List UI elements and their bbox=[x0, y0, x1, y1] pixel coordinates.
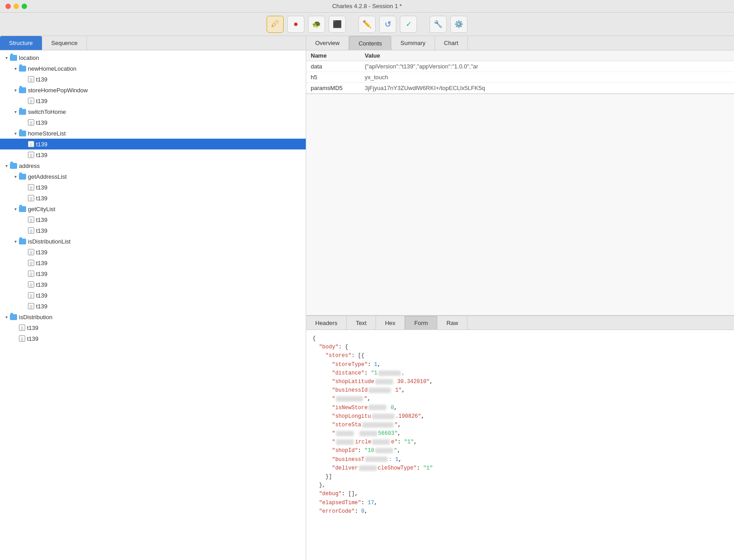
folder-icon bbox=[10, 314, 17, 320]
tree-item-switchToHome-t139[interactable]: ▾ {} t139 bbox=[0, 117, 306, 128]
file-icon: {} bbox=[28, 249, 34, 255]
tree-item-newHomeLocation-t139[interactable]: ▾ {} t139 bbox=[0, 74, 306, 85]
tab-structure[interactable]: Structure bbox=[0, 36, 42, 50]
tab-raw[interactable]: Raw bbox=[437, 316, 467, 330]
tree-item-label: t139 bbox=[36, 249, 47, 256]
pointer-icon: 🖊 bbox=[271, 19, 279, 29]
tree-item-storeHomePopWindow[interactable]: ▾ storeHomePopWindow bbox=[0, 85, 306, 95]
tree-item-newHomeLocation[interactable]: ▾ newHomeLocation bbox=[0, 63, 306, 74]
tree-item-isDistributionList-t139-5[interactable]: ▾ {} t139 bbox=[0, 290, 306, 301]
tree-item-isDistribution-t139-2[interactable]: ▾ {} t139 bbox=[0, 333, 306, 344]
tree-item-isDistributionList-t139-6[interactable]: ▾ {} t139 bbox=[0, 301, 306, 312]
tree-container[interactable]: ▾ location ▾ newHomeLocation ▾ {} t139 ▾… bbox=[0, 50, 306, 560]
throttle-button[interactable]: 🐢 bbox=[308, 16, 325, 33]
tree-item-isDistributionList-t139-2[interactable]: ▾ {} t139 bbox=[0, 257, 306, 268]
tab-summary[interactable]: Summary bbox=[391, 36, 435, 50]
tree-item-isDistributionList-t139-3[interactable]: ▾ {} t139 bbox=[0, 268, 306, 279]
tree-item-label: t139 bbox=[36, 227, 47, 234]
stop-button[interactable]: ⬛ bbox=[329, 16, 346, 33]
left-panel: Structure Sequence ▾ location ▾ newHomeL… bbox=[0, 36, 306, 560]
tree-item-homeStoreList-t139-1[interactable]: ▾ {} t139 bbox=[0, 139, 306, 149]
arrow-icon: ▾ bbox=[4, 163, 9, 168]
file-icon: {} bbox=[19, 335, 25, 342]
tree-item-label: t139 bbox=[36, 141, 47, 148]
record-button[interactable]: ● bbox=[287, 16, 304, 33]
settings-button[interactable]: ⚙️ bbox=[450, 16, 467, 33]
tree-item-label: switchToHome bbox=[28, 108, 66, 115]
row-value: yx_touch bbox=[360, 72, 734, 83]
tree-item-getCityList-t139-2[interactable]: ▾ {} t139 bbox=[0, 225, 306, 236]
row-key: h5 bbox=[306, 72, 360, 83]
col-header-value: Value bbox=[360, 50, 734, 61]
tree-item-switchToHome[interactable]: ▾ switchToHome bbox=[0, 106, 306, 117]
validate-button[interactable]: ✓ bbox=[400, 16, 417, 33]
folder-icon bbox=[10, 55, 17, 61]
tree-item-label: t139 bbox=[27, 325, 38, 331]
pointer-tool[interactable]: 🖊 bbox=[267, 16, 284, 33]
col-header-name: Name bbox=[306, 50, 360, 61]
file-icon: {} bbox=[28, 141, 34, 147]
compose-button[interactable]: ✏️ bbox=[358, 16, 376, 33]
tab-sequence[interactable]: Sequence bbox=[42, 36, 87, 50]
row-value: {"apiVersion":"t139","appVersion":"1.0.0… bbox=[360, 61, 734, 72]
tree-item-getAddressList-t139-1[interactable]: ▾ {} t139 bbox=[0, 182, 306, 193]
tree-item-label: getCityList bbox=[28, 206, 55, 212]
close-button[interactable] bbox=[5, 4, 11, 9]
tree-item-homeStoreList-t139-2[interactable]: ▾ {} t139 bbox=[0, 149, 306, 160]
table-row: paramsMD5 3jFjyua17nY3ZUwdlW6RKI+/topECL… bbox=[306, 83, 734, 94]
tree-item-label: t139 bbox=[36, 98, 47, 104]
tree-item-label: t139 bbox=[36, 152, 47, 158]
arrow-icon: ▾ bbox=[13, 206, 18, 212]
tree-item-label: t139 bbox=[27, 335, 38, 342]
tree-item-label: t139 bbox=[36, 217, 47, 223]
arrow-icon: ▾ bbox=[13, 109, 18, 114]
tree-item-label: t139 bbox=[36, 260, 47, 266]
maximize-button[interactable] bbox=[22, 4, 27, 9]
tree-item-storeHomePopWindow-t139[interactable]: ▾ {} t139 bbox=[0, 95, 306, 106]
tree-item-isDistributionList-t139-1[interactable]: ▾ {} t139 bbox=[0, 247, 306, 257]
tab-chart[interactable]: Chart bbox=[435, 36, 468, 50]
tab-hex[interactable]: Hex bbox=[376, 316, 405, 330]
file-icon: {} bbox=[28, 152, 34, 158]
folder-icon bbox=[19, 206, 26, 212]
tree-item-getAddressList-t139-2[interactable]: ▾ {} t139 bbox=[0, 193, 306, 203]
refresh-button[interactable]: ↺ bbox=[379, 16, 396, 33]
tree-item-label: newHomeLocation bbox=[28, 65, 77, 72]
tab-headers[interactable]: Headers bbox=[306, 316, 347, 330]
tab-text[interactable]: Text bbox=[347, 316, 376, 330]
tree-item-location[interactable]: ▾ location bbox=[0, 52, 306, 63]
tab-contents[interactable]: Contents bbox=[349, 36, 391, 50]
bottom-tab-bar: Headers Text Hex Form Raw bbox=[306, 316, 734, 330]
tools-button[interactable]: 🔧 bbox=[430, 16, 447, 33]
row-key: data bbox=[306, 61, 360, 72]
tree-item-getCityList-t139-1[interactable]: ▾ {} t139 bbox=[0, 214, 306, 225]
folder-icon bbox=[19, 174, 26, 180]
tree-item-label: storeHomePopWindow bbox=[28, 87, 88, 94]
tree-item-isDistributionList[interactable]: ▾ isDistributionList bbox=[0, 236, 306, 247]
throttle-icon: 🐢 bbox=[312, 20, 321, 28]
data-table-container: Name Value data {"apiVersion":"t139","ap… bbox=[306, 50, 734, 94]
tree-item-label: t139 bbox=[36, 195, 47, 202]
tree-item-getAddressList[interactable]: ▾ getAddressList bbox=[0, 171, 306, 182]
tree-item-isDistribution-t139-1[interactable]: ▾ {} t139 bbox=[0, 322, 306, 333]
tree-item-isDistributionList-t139-4[interactable]: ▾ {} t139 bbox=[0, 279, 306, 290]
main-layout: Structure Sequence ▾ location ▾ newHomeL… bbox=[0, 36, 734, 560]
tab-form[interactable]: Form bbox=[405, 316, 437, 330]
tree-item-homeStoreList[interactable]: ▾ homeStoreList bbox=[0, 128, 306, 139]
row-value: 3jFjyua17nY3ZUwdlW6RKI+/topECLlx5LFK5q bbox=[360, 83, 734, 94]
tree-item-getCityList[interactable]: ▾ getCityList bbox=[0, 203, 306, 214]
tree-item-label: t139 bbox=[36, 281, 47, 288]
right-panel: Overview Contents Summary Chart Name Val… bbox=[306, 36, 734, 560]
json-content[interactable]: { "body": { "stores": [{ "storeType": 1,… bbox=[306, 330, 734, 560]
folder-icon bbox=[19, 131, 26, 136]
file-icon: {} bbox=[28, 217, 34, 223]
arrow-icon: ▾ bbox=[4, 314, 9, 320]
arrow-icon: ▾ bbox=[13, 66, 18, 71]
stop-icon: ⬛ bbox=[333, 20, 342, 28]
settings-icon: ⚙️ bbox=[454, 20, 463, 28]
tree-item-address[interactable]: ▾ address bbox=[0, 160, 306, 171]
data-table: Name Value data {"apiVersion":"t139","ap… bbox=[306, 50, 734, 94]
tree-item-isDistribution[interactable]: ▾ isDistribution bbox=[0, 312, 306, 322]
minimize-button[interactable] bbox=[14, 4, 19, 9]
tab-overview[interactable]: Overview bbox=[306, 36, 349, 50]
